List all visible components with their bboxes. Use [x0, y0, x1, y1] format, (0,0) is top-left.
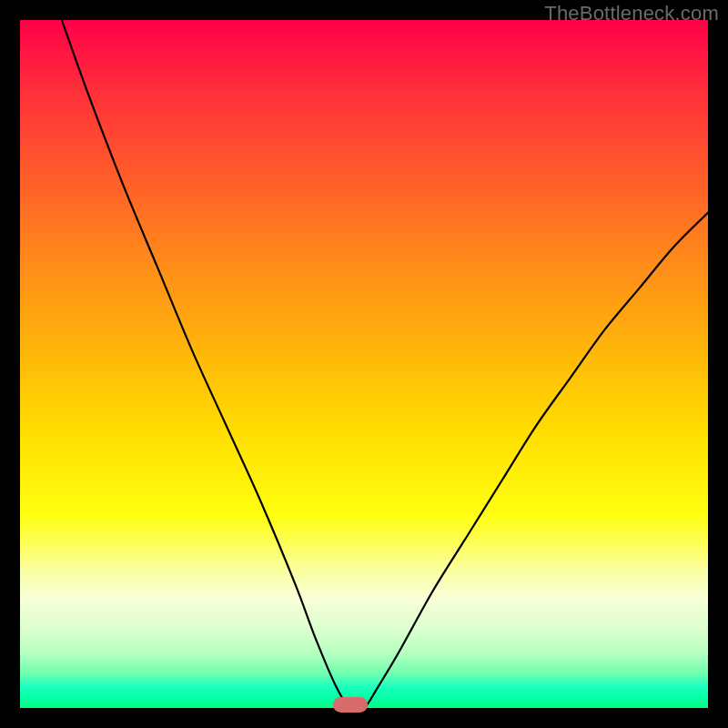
- chart-frame: TheBottleneck.com: [0, 0, 728, 728]
- bottleneck-curve: [20, 20, 708, 708]
- min-marker: [333, 697, 368, 713]
- watermark-text: TheBottleneck.com: [544, 2, 719, 25]
- plot-area: [20, 20, 708, 708]
